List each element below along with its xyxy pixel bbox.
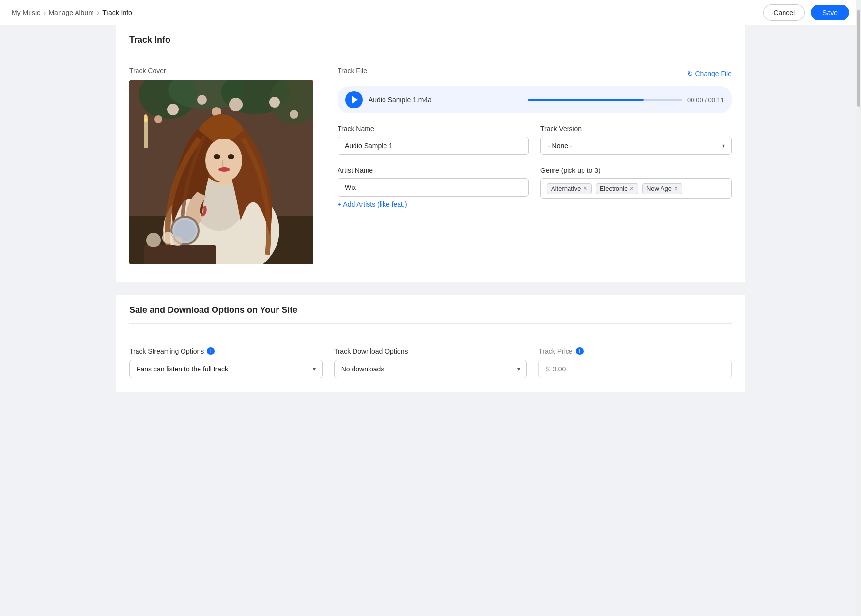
breadcrumb-current: Track Info bbox=[102, 9, 132, 16]
sale-section-panel: Sale and Download Options on Your Site T… bbox=[116, 295, 745, 392]
svg-point-21 bbox=[214, 154, 220, 159]
svg-point-30 bbox=[173, 236, 183, 246]
genre-tag-electronic: Electronic × bbox=[596, 183, 638, 194]
svg-rect-27 bbox=[144, 245, 216, 264]
track-info-panel: Track Info Track Cover bbox=[116, 25, 745, 282]
artist-genre-row: Artist Name + Add Artists (like feat.) G… bbox=[338, 167, 732, 208]
streaming-label-text: Track Streaming Options bbox=[129, 347, 204, 355]
track-file-label: Track File bbox=[338, 67, 367, 75]
streaming-select[interactable]: Fans can listen to the full track bbox=[129, 360, 323, 378]
track-name-version-row: Track Name Track Version - None - ▾ bbox=[338, 125, 732, 155]
audio-player: Audio Sample 1.m4a 00:00 / 00:11 bbox=[338, 86, 732, 113]
streaming-info-icon[interactable]: i bbox=[207, 347, 215, 355]
audio-inner: Audio Sample 1.m4a 00:00 / 00:11 bbox=[369, 96, 724, 104]
scrollbar-thumb[interactable] bbox=[857, 10, 860, 107]
breadcrumb-sep-2: › bbox=[97, 8, 99, 17]
streaming-select-wrapper: Fans can listen to the full track ▾ bbox=[129, 360, 323, 378]
svg-rect-13 bbox=[144, 119, 148, 148]
audio-progress-track[interactable] bbox=[528, 99, 682, 101]
top-bar: My Music › Manage Album › Track Info Can… bbox=[0, 0, 861, 25]
genre-tag-alternative: Alternative × bbox=[547, 183, 592, 194]
artist-name-input[interactable] bbox=[338, 178, 529, 197]
track-cover-label: Track Cover bbox=[129, 67, 318, 75]
track-cover-image[interactable] bbox=[129, 80, 313, 264]
streaming-options-group: Track Streaming Options i Fans can liste… bbox=[129, 347, 323, 378]
svg-point-22 bbox=[228, 154, 234, 159]
cancel-button[interactable]: Cancel bbox=[763, 4, 805, 21]
svg-point-23 bbox=[218, 167, 230, 172]
track-fields-col: Track File ↻ Change File Audio Sample 1.… bbox=[338, 67, 732, 264]
genre-tag-label-newage: New Age bbox=[646, 185, 672, 192]
save-button[interactable]: Save bbox=[811, 5, 849, 20]
add-artists-link[interactable]: + Add Artists (like feat.) bbox=[338, 200, 407, 208]
price-input-wrapper: $ bbox=[538, 360, 732, 378]
track-info-content: Track Cover bbox=[116, 53, 745, 282]
track-name-label: Track Name bbox=[338, 125, 529, 133]
track-name-input[interactable] bbox=[338, 137, 529, 155]
genre-tag-remove-alternative[interactable]: × bbox=[583, 185, 587, 192]
track-name-group: Track Name bbox=[338, 125, 529, 155]
genre-tag-newage: New Age × bbox=[642, 183, 682, 194]
track-file-header: Track File ↻ Change File bbox=[338, 67, 732, 80]
top-bar-actions: Cancel Save bbox=[763, 4, 849, 21]
svg-point-9 bbox=[269, 97, 280, 108]
audio-time: 00:00 / 00:11 bbox=[687, 96, 724, 104]
breadcrumb-manage-album[interactable]: Manage Album bbox=[48, 9, 93, 16]
change-file-link[interactable]: ↻ Change File bbox=[687, 70, 732, 77]
breadcrumb-sep-1: › bbox=[43, 8, 46, 17]
genre-tag-remove-electronic[interactable]: × bbox=[630, 185, 634, 192]
track-cover-col: Track Cover bbox=[129, 67, 318, 264]
refresh-icon: ↻ bbox=[687, 70, 693, 77]
svg-point-6 bbox=[167, 104, 179, 115]
breadcrumb: My Music › Manage Album › Track Info bbox=[12, 8, 132, 17]
page-wrapper: Track Info Track Cover bbox=[116, 25, 745, 392]
track-version-select[interactable]: - None - bbox=[540, 137, 732, 155]
section-separator bbox=[116, 282, 745, 290]
svg-point-28 bbox=[146, 233, 161, 247]
download-select[interactable]: No downloads bbox=[334, 360, 527, 378]
download-label-text: Track Download Options bbox=[334, 347, 408, 355]
download-select-wrapper: No downloads ▾ bbox=[334, 360, 527, 378]
price-group: Track Price i $ bbox=[538, 347, 732, 378]
sale-options-row: Track Streaming Options i Fans can liste… bbox=[129, 347, 732, 378]
download-options-group: Track Download Options No downloads ▾ bbox=[334, 347, 527, 378]
genre-tag-label-alternative: Alternative bbox=[551, 185, 581, 192]
genre-label: Genre (pick up to 3) bbox=[540, 167, 732, 174]
audio-filename: Audio Sample 1.m4a bbox=[369, 96, 523, 104]
track-info-title: Track Info bbox=[116, 25, 745, 53]
svg-point-8 bbox=[229, 98, 243, 111]
svg-point-10 bbox=[290, 110, 298, 119]
genre-group: Genre (pick up to 3) Alternative × Elect… bbox=[540, 167, 732, 208]
price-label-text: Track Price bbox=[538, 347, 572, 355]
track-version-select-wrapper: - None - ▾ bbox=[540, 137, 732, 155]
audio-progress-fill bbox=[528, 99, 644, 101]
sale-section-title: Sale and Download Options on Your Site bbox=[116, 295, 745, 323]
sale-options-content: Track Streaming Options i Fans can liste… bbox=[116, 324, 745, 392]
price-input[interactable] bbox=[553, 365, 724, 373]
streaming-options-label: Track Streaming Options i bbox=[129, 347, 323, 355]
svg-point-29 bbox=[162, 232, 174, 244]
svg-point-20 bbox=[205, 139, 242, 182]
genre-tag-remove-newage[interactable]: × bbox=[674, 185, 678, 192]
svg-point-11 bbox=[154, 115, 162, 123]
track-version-group: Track Version - None - ▾ bbox=[540, 125, 732, 155]
change-file-text: Change File bbox=[695, 70, 732, 77]
svg-point-7 bbox=[197, 95, 207, 105]
genre-tags[interactable]: Alternative × Electronic × New Age × bbox=[540, 178, 732, 199]
artist-name-group: Artist Name + Add Artists (like feat.) bbox=[338, 167, 529, 208]
scrollbar-track[interactable] bbox=[856, 0, 861, 392]
price-info-icon[interactable]: i bbox=[576, 347, 584, 355]
track-version-label: Track Version bbox=[540, 125, 732, 133]
play-icon bbox=[352, 96, 358, 104]
genre-tag-label-electronic: Electronic bbox=[600, 185, 628, 192]
price-label: Track Price i bbox=[538, 347, 732, 355]
price-currency-symbol: $ bbox=[546, 365, 550, 373]
svg-point-14 bbox=[144, 114, 148, 122]
play-button[interactable] bbox=[345, 91, 363, 108]
download-options-label: Track Download Options bbox=[334, 347, 527, 355]
artist-name-label: Artist Name bbox=[338, 167, 529, 174]
breadcrumb-my-music[interactable]: My Music bbox=[12, 9, 40, 16]
